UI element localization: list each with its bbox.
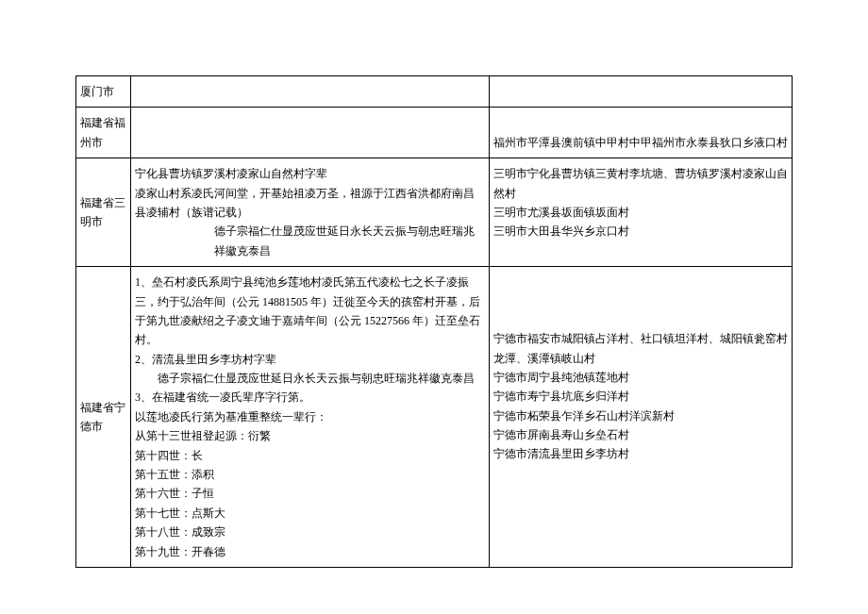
cell-line: 凌家山村系凌氏河间堂，开基始祖凌万圣，祖源于江西省洪都府南昌县凌辅村（族谱记载） bbox=[135, 184, 485, 223]
cell-line: 2、清流县里田乡李坊村字辈 bbox=[135, 350, 485, 369]
cell-line: 三明市宁化县曹坊镇三黄村李坑塘、曹坊镇罗溪村凌家山自然村 bbox=[493, 164, 788, 203]
location-cell: 福州市平潭县澳前镇中甲村中甲福州市永泰县狄口乡液口村 bbox=[490, 108, 793, 158]
table-row: 厦门市 bbox=[76, 76, 793, 108]
table-row: 福建省宁德市 1、垒石村凌氏系周宁县纯池乡莲地村凌氏第五代凌松七之长子凌振三，约… bbox=[76, 267, 793, 568]
cell-line: 第十四世：长 bbox=[135, 446, 485, 465]
cell-line: 第十八世：成致宗 bbox=[135, 523, 485, 541]
cell-line: 德子宗福仁仕显茂应世延日永长天云振与朝忠旺瑞兆祥徽克泰昌 bbox=[135, 222, 485, 260]
cell-line: 从第十三世祖登起源：衍繁 bbox=[135, 426, 485, 445]
cell-line: 三明市尤溪县坂面镇坂面村 bbox=[493, 203, 788, 222]
region-cell: 福建省福州市 bbox=[76, 108, 131, 158]
cell-line: 1、垒石村凌氏系周宁县纯池乡莲地村凌氏第五代凌松七之长子凌振三，约于弘治年间（公… bbox=[135, 273, 485, 350]
location-cell: 三明市宁化县曹坊镇三黄村李坑塘、曹坊镇罗溪村凌家山自然村 三明市尤溪县坂面镇坂面… bbox=[490, 158, 793, 267]
detail-cell: 1、垒石村凌氏系周宁县纯池乡莲地村凌氏第五代凌松七之长子凌振三，约于弘治年间（公… bbox=[131, 267, 490, 568]
cell-line: 宁德市屏南县寿山乡垒石村 bbox=[493, 425, 788, 444]
cell-line: 以莲地凌氏行第为基准重整统一辈行： bbox=[135, 407, 485, 426]
table-row: 福建省福州市 福州市平潭县澳前镇中甲村中甲福州市永泰县狄口乡液口村 bbox=[76, 108, 793, 158]
cell-line: 宁德市福安市城阳镇占洋村、社口镇坦洋村、城阳镇瓮窑村龙潭、溪潭镇岐山村 bbox=[493, 329, 788, 368]
region-cell: 厦门市 bbox=[76, 76, 131, 108]
region-cell: 福建省宁德市 bbox=[76, 267, 131, 568]
cell-line: 3、在福建省统一凌氏辈序字行第。 bbox=[135, 388, 485, 407]
detail-cell bbox=[131, 76, 490, 108]
cell-line: 宁化县曹坊镇罗溪村凌家山自然村字辈 bbox=[135, 164, 485, 183]
table-row: 福建省三明市 宁化县曹坊镇罗溪村凌家山自然村字辈 凌家山村系凌氏河间堂，开基始祖… bbox=[76, 158, 793, 267]
location-cell bbox=[490, 76, 793, 108]
cell-line: 宁德市清流县里田乡李坊村 bbox=[493, 444, 788, 463]
cell-line: 第十七世：点斯大 bbox=[135, 504, 485, 523]
cell-line: 第十六世：子恒 bbox=[135, 484, 485, 503]
detail-cell: 宁化县曹坊镇罗溪村凌家山自然村字辈 凌家山村系凌氏河间堂，开基始祖凌万圣，祖源于… bbox=[131, 158, 490, 267]
detail-cell bbox=[131, 108, 490, 158]
cell-line: 宁德市寿宁县坑底乡归洋村 bbox=[493, 387, 788, 406]
cell-line: 宁德市周宁县纯池镇莲地村 bbox=[493, 368, 788, 387]
cell-text: 福州市平潭县澳前镇中甲村中甲福州市永泰县狄口乡液口村 bbox=[493, 136, 788, 149]
location-cell: 宁德市福安市城阳镇占洋村、社口镇坦洋村、城阳镇瓮窑村龙潭、溪潭镇岐山村 宁德市周… bbox=[490, 267, 793, 568]
cell-line: 第十九世：开春德 bbox=[135, 542, 485, 561]
cell-line: 三明市大田县华兴乡京口村 bbox=[493, 222, 788, 241]
cell-line: 德子宗福仁仕显茂应世延日永长天云振与朝忠旺瑞兆祥徽克泰昌 bbox=[135, 369, 485, 388]
cell-line: 宁德市柘荣县乍洋乡石山村洋滨新村 bbox=[493, 407, 788, 425]
cell-line: 第十五世：添积 bbox=[135, 465, 485, 484]
region-cell: 福建省三明市 bbox=[76, 158, 131, 267]
genealogy-table: 厦门市 福建省福州市 福州市平潭县澳前镇中甲村中甲福州市永泰县狄口乡液口村 福建… bbox=[75, 75, 793, 568]
